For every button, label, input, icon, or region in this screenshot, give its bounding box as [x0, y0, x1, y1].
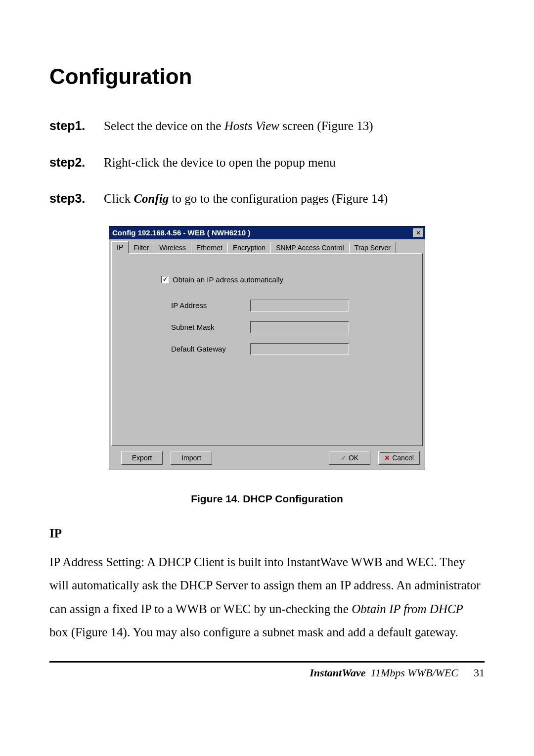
tab-wireless[interactable]: Wireless	[154, 242, 191, 253]
obtain-ip-checkbox[interactable]: ✓	[161, 276, 169, 283]
import-button[interactable]: Import	[171, 451, 212, 465]
ip-address-input[interactable]	[250, 300, 349, 311]
tab-ip[interactable]: IP	[111, 241, 129, 254]
dialog-button-row: Export Import ✓ OK ✕ Cancel	[109, 446, 425, 470]
step-label: step3.	[49, 189, 104, 208]
footer-page-number: 31	[474, 667, 485, 679]
dialog-title: Config 192.168.4.56 - WEB ( NWH6210 )	[112, 228, 250, 237]
x-icon: ✕	[384, 454, 390, 462]
check-icon: ✓	[341, 454, 347, 462]
footer-rule	[49, 661, 485, 663]
close-icon[interactable]: ×	[413, 228, 423, 237]
footer-title: InstantWave	[310, 667, 365, 679]
tab-snmp[interactable]: SNMP Access Control	[270, 242, 349, 253]
step-text-em: Hosts View	[224, 119, 279, 133]
step-text-post: screen (Figure 13)	[279, 119, 373, 133]
tab-panel-ip: ✓ Obtain an IP adress automatically IP A…	[111, 253, 423, 446]
tab-filter[interactable]: Filter	[128, 242, 154, 253]
export-button[interactable]: Export	[121, 451, 163, 465]
section-heading-ip: IP	[49, 527, 485, 540]
footer-spacer	[463, 667, 469, 679]
para-t2: box (Figure 14). You may also configure …	[49, 625, 458, 639]
ok-button[interactable]: ✓ OK	[329, 451, 370, 465]
step-row-2: step2. Right-click the device to open th…	[49, 153, 485, 172]
step-text-post: to go to the configuration pages (Figure…	[169, 192, 388, 205]
step-text: Click Config to go to the configuration …	[104, 189, 485, 208]
tab-encryption[interactable]: Encryption	[227, 242, 271, 253]
config-dialog-figure: Config 192.168.4.56 - WEB ( NWH6210 ) × …	[109, 226, 425, 470]
step-text-em: Config	[134, 192, 169, 205]
footer-subtitle: 11Mbps WWB/WEC	[371, 667, 458, 679]
step-label: step1.	[49, 117, 104, 135]
default-gateway-label: Default Gateway	[171, 345, 250, 353]
page-footer: InstantWave 11Mbps WWB/WEC 31	[49, 667, 485, 679]
step-text: Right-click the device to open the popup…	[104, 153, 485, 172]
step-row-3: step3. Click Config to go to the configu…	[49, 189, 485, 208]
cancel-label: Cancel	[392, 454, 414, 462]
step-row-1: step1. Select the device on the Hosts Vi…	[49, 117, 485, 135]
subnet-mask-row: Subnet Mask	[171, 321, 402, 333]
tab-trap-server[interactable]: Trap Server	[349, 242, 396, 253]
para-em1: Obtain IP from DHCP	[352, 602, 463, 616]
obtain-ip-label: Obtain an IP adress automatically	[173, 275, 283, 284]
config-dialog: Config 192.168.4.56 - WEB ( NWH6210 ) × …	[109, 226, 425, 470]
ip-address-row: IP Address	[171, 300, 402, 311]
body-paragraph: IP Address Setting: A DHCP Client is bui…	[49, 550, 485, 644]
subnet-mask-label: Subnet Mask	[171, 323, 250, 331]
cancel-button[interactable]: ✕ Cancel	[378, 451, 420, 465]
tab-strip: IP Filter Wireless Ethernet Encryption S…	[109, 239, 425, 253]
obtain-ip-checkbox-row: ✓ Obtain an IP adress automatically	[161, 275, 402, 284]
default-gateway-input[interactable]	[250, 343, 349, 355]
step-text-pre: Right-click the device to open the popup…	[104, 156, 336, 169]
default-gateway-row: Default Gateway	[171, 343, 402, 355]
step-text-pre: Click	[104, 192, 134, 205]
figure-caption: Figure 14. DHCP Configuration	[49, 493, 485, 505]
tab-ethernet[interactable]: Ethernet	[191, 242, 228, 253]
ok-label: OK	[349, 454, 358, 462]
step-label: step2.	[49, 153, 104, 172]
step-text-pre: Select the device on the	[104, 119, 224, 133]
step-text: Select the device on the Hosts View scre…	[104, 117, 485, 135]
subnet-mask-input[interactable]	[250, 321, 349, 333]
titlebar: Config 192.168.4.56 - WEB ( NWH6210 ) ×	[109, 226, 425, 239]
page-heading: Configuration	[49, 64, 485, 89]
ip-address-label: IP Address	[171, 301, 250, 310]
